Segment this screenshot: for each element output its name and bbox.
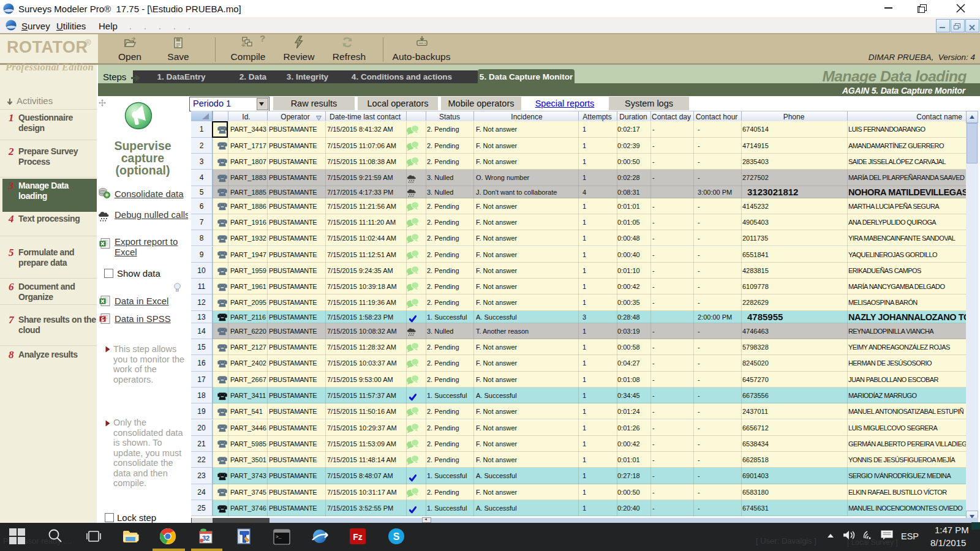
svg-text:>_: >_ xyxy=(276,534,282,539)
svg-text:Fz: Fz xyxy=(353,532,363,542)
svg-text:S: S xyxy=(393,531,400,542)
